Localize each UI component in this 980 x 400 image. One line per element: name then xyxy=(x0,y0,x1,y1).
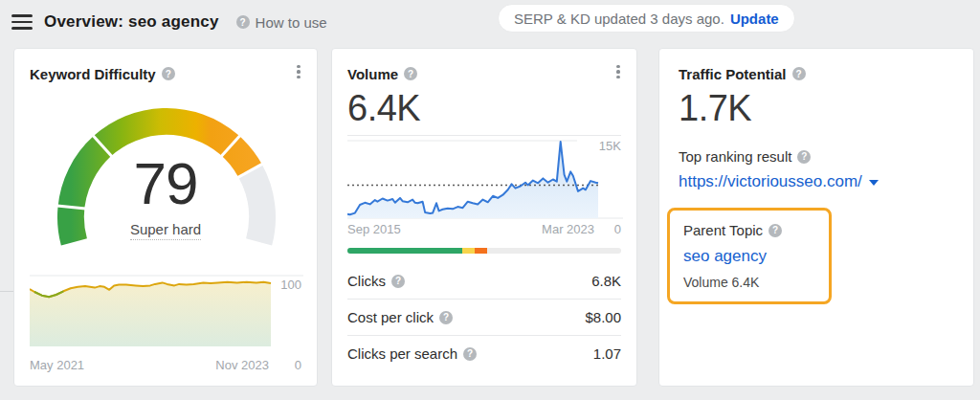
kd-history-svg xyxy=(30,272,303,350)
volume-axis-max: 15K xyxy=(599,139,621,153)
divider xyxy=(347,135,621,136)
distribution-segment-green xyxy=(347,248,462,254)
how-to-use-label: How to use xyxy=(256,14,327,31)
kd-history-chart: 100 xyxy=(30,272,301,350)
metric-label: Clicks xyxy=(347,273,386,289)
kd-score: 79 xyxy=(30,154,301,213)
top-ranking-result-label-row: Top ranking result xyxy=(679,148,954,165)
kd-gauge: 79 Super hard xyxy=(30,83,301,246)
help-icon[interactable] xyxy=(236,15,250,29)
volume-chart-svg xyxy=(347,138,623,220)
help-icon[interactable] xyxy=(463,347,477,361)
kd-axis-row: May 2021 Nov 2023 0 xyxy=(30,358,301,372)
volume-card: Volume 6.4K 15K Sep 2015 Mar 2023 0 Clic… xyxy=(331,48,637,387)
left-edge-divider xyxy=(0,291,13,292)
metric-row-clicks: Clicks 6.8K xyxy=(347,263,621,299)
kd-axis-start: May 2021 xyxy=(30,358,215,372)
volume-axis-min: 0 xyxy=(594,222,621,236)
metric-row-cost-per-click: Cost per click $8.00 xyxy=(347,299,621,335)
metric-row-clicks-per-search: Clicks per search 1.07 xyxy=(347,335,621,371)
update-button[interactable]: Update xyxy=(730,11,779,27)
traffic-potential-value: 1.7K xyxy=(679,89,954,127)
metric-value: 6.8K xyxy=(591,273,621,289)
hamburger-menu-icon[interactable] xyxy=(11,14,33,30)
traffic-potential-card: Traffic Potential 1.7K Top ranking resul… xyxy=(658,48,974,387)
kebab-menu-icon[interactable] xyxy=(610,62,627,81)
distribution-segment-orange xyxy=(475,248,487,254)
clicks-distribution-bar xyxy=(347,248,621,254)
keyword-difficulty-card: Keyword Difficulty 79 Super hard 100 May… xyxy=(13,48,318,387)
help-icon[interactable] xyxy=(792,67,806,80)
kd-axis-end: Nov 2023 xyxy=(215,358,269,372)
serp-update-message: SERP & KD updated 3 days ago. xyxy=(514,11,724,27)
help-icon[interactable] xyxy=(162,67,175,80)
parent-topic-keyword-link[interactable]: seo agency xyxy=(683,247,815,266)
top-ranking-result-label: Top ranking result xyxy=(679,148,791,165)
volume-axis-start: Sep 2015 xyxy=(347,222,542,236)
card-title-keyword-difficulty: Keyword Difficulty xyxy=(30,66,156,82)
volume-metric-rows: Clicks 6.8K Cost per click $8.00 Clicks … xyxy=(347,263,621,371)
parent-topic-box: Parent Topic seo agency Volume 6.4K xyxy=(667,208,832,304)
help-icon[interactable] xyxy=(391,275,405,288)
parent-topic-volume: Volume 6.4K xyxy=(683,275,815,290)
metric-value: $8.00 xyxy=(585,309,621,325)
metric-label: Cost per click xyxy=(347,309,434,325)
parent-topic-label-row: Parent Topic xyxy=(683,222,815,238)
top-bar: Overview: seo agency How to use SERP & K… xyxy=(0,0,980,44)
volume-axis-row: Sep 2015 Mar 2023 0 xyxy=(347,222,621,236)
metric-value: 1.07 xyxy=(593,345,621,362)
volume-value: 6.4K xyxy=(347,89,621,127)
top-ranking-url[interactable]: https://victoriousseo.com/ xyxy=(679,172,954,191)
volume-axis-end: Mar 2023 xyxy=(542,222,594,236)
volume-chart: 15K xyxy=(347,138,621,220)
page-title: Overview: seo agency xyxy=(44,12,219,32)
parent-topic-label: Parent Topic xyxy=(683,222,763,238)
distribution-segment-yellow xyxy=(462,248,475,254)
kd-score-label: Super hard xyxy=(30,221,301,237)
card-title-traffic-potential: Traffic Potential xyxy=(679,66,787,82)
help-icon[interactable] xyxy=(439,311,453,324)
help-icon[interactable] xyxy=(768,224,782,237)
card-title-volume: Volume xyxy=(347,66,398,82)
serp-update-pill: SERP & KD updated 3 days ago. Update xyxy=(498,4,795,33)
kd-axis-max: 100 xyxy=(280,278,301,292)
kd-axis-min: 0 xyxy=(269,358,301,372)
help-icon[interactable] xyxy=(404,67,417,80)
how-to-use[interactable]: How to use xyxy=(236,14,327,31)
help-icon[interactable] xyxy=(797,150,811,164)
metric-label: Clicks per search xyxy=(347,345,457,362)
kebab-menu-icon[interactable] xyxy=(290,62,307,81)
dropdown-caret-icon[interactable] xyxy=(869,180,879,186)
